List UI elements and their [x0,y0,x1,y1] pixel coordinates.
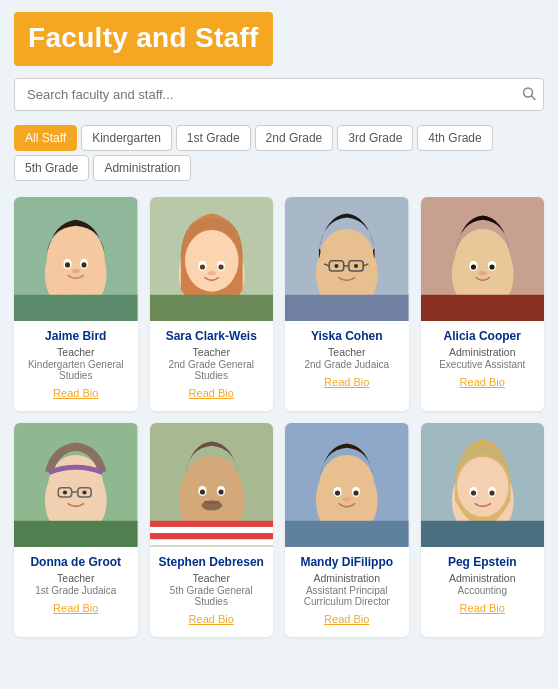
staff-card: Donna de GrootTeacher1st Grade JudaicaRe… [14,423,138,637]
staff-grid: Jaime BirdTeacherKindergarten General St… [0,197,558,657]
read-bio-link[interactable]: Read Bio [421,602,545,614]
staff-photo [150,197,274,321]
staff-card: Alicia CooperAdministrationExecutive Ass… [421,197,545,411]
svg-rect-60 [150,533,274,539]
read-bio-link[interactable]: Read Bio [14,387,138,399]
svg-point-67 [335,491,340,496]
staff-card: Jaime BirdTeacherKindergarten General St… [14,197,138,411]
staff-dept: Assistant Principal Curriculum Director [285,585,409,607]
filter-tabs: All StaffKindergarten1st Grade2nd Grade3… [14,125,544,181]
svg-point-30 [354,264,358,268]
filter-tab-5th[interactable]: 5th Grade [14,155,89,181]
svg-point-8 [81,262,86,267]
read-bio-link[interactable]: Read Bio [150,613,274,625]
svg-point-23 [319,229,375,293]
svg-point-29 [334,264,338,268]
staff-name: Jaime Bird [14,329,138,345]
staff-photo [285,423,409,547]
staff-dept: 1st Grade Judaica [14,585,138,596]
staff-photo [14,197,138,321]
staff-dept: Accounting [421,585,545,596]
svg-rect-20 [150,295,274,321]
filter-tab-2nd[interactable]: 2nd Grade [255,125,334,151]
header-banner: Faculty and Staff [14,12,273,66]
staff-role: Teacher [150,346,274,358]
filter-tab-all[interactable]: All Staff [14,125,77,151]
staff-role: Administration [421,346,545,358]
filter-tab-4th[interactable]: 4th Grade [417,125,492,151]
staff-name: Stephen Debresen [150,555,274,571]
svg-point-64 [319,455,375,519]
svg-point-9 [72,269,80,273]
staff-card: Mandy DiFilippoAdministrationAssistant P… [285,423,409,637]
staff-card: Peg EpsteinAdministrationAccountingRead … [421,423,545,637]
search-button[interactable] [522,86,536,103]
svg-point-37 [470,264,475,269]
svg-point-56 [199,489,204,494]
filter-tab-admin[interactable]: Administration [93,155,191,181]
svg-point-7 [65,262,70,267]
svg-point-69 [343,497,351,501]
staff-name: Yiska Cohen [285,329,409,345]
svg-rect-61 [150,539,274,545]
svg-point-4 [47,226,105,292]
filter-tab-1st[interactable]: 1st Grade [176,125,251,151]
staff-dept: Kindergarten General Studies [14,359,138,381]
staff-card: Sara Clark-WeisTeacher2nd Grade General … [150,197,274,411]
svg-rect-70 [285,521,409,547]
staff-photo [421,423,545,547]
staff-name: Peg Epstein [421,555,545,571]
staff-card: Yiska CohenTeacher2nd Grade JudaicaRead … [285,197,409,411]
read-bio-link[interactable]: Read Bio [150,387,274,399]
staff-name: Donna de Groot [14,555,138,571]
staff-role: Administration [421,572,545,584]
staff-name: Alicia Cooper [421,329,545,345]
filter-tab-3rd[interactable]: 3rd Grade [337,125,413,151]
svg-point-78 [489,491,494,496]
staff-role: Teacher [150,572,274,584]
svg-point-57 [218,489,223,494]
svg-point-74 [457,457,508,517]
search-input[interactable] [14,78,544,111]
svg-rect-40 [421,295,545,321]
staff-dept: 2nd Grade General Studies [150,359,274,381]
staff-card: Stephen DebresenTeacher5th Grade General… [150,423,274,637]
svg-point-19 [207,271,215,275]
svg-rect-79 [421,521,545,547]
svg-point-39 [478,271,486,275]
read-bio-link[interactable]: Read Bio [285,376,409,388]
search-container [14,78,544,111]
svg-point-48 [82,491,86,495]
svg-rect-59 [150,527,274,533]
svg-rect-31 [285,295,409,321]
svg-point-38 [489,264,494,269]
svg-point-14 [184,230,238,292]
svg-point-68 [353,491,358,496]
staff-role: Teacher [14,572,138,584]
read-bio-link[interactable]: Read Bio [421,376,545,388]
staff-photo [150,423,274,547]
filter-tab-kindergarten[interactable]: Kindergarten [81,125,172,151]
svg-point-17 [199,264,204,269]
read-bio-link[interactable]: Read Bio [285,613,409,625]
staff-dept: 5th Grade General Studies [150,585,274,607]
staff-name: Sara Clark-Weis [150,329,274,345]
svg-point-34 [454,229,510,293]
staff-name: Mandy DiFilippo [285,555,409,571]
svg-rect-58 [150,521,274,527]
staff-photo [421,197,545,321]
svg-point-18 [218,264,223,269]
page-title: Faculty and Staff [28,22,259,54]
svg-point-47 [63,491,67,495]
staff-dept: Executive Assistant [421,359,545,370]
staff-role: Teacher [285,346,409,358]
staff-photo [285,197,409,321]
svg-point-77 [470,491,475,496]
staff-role: Teacher [14,346,138,358]
staff-photo [14,423,138,547]
read-bio-link[interactable]: Read Bio [14,602,138,614]
svg-rect-10 [14,295,138,321]
search-icon [522,86,536,100]
staff-dept: 2nd Grade Judaica [285,359,409,370]
staff-role: Administration [285,572,409,584]
